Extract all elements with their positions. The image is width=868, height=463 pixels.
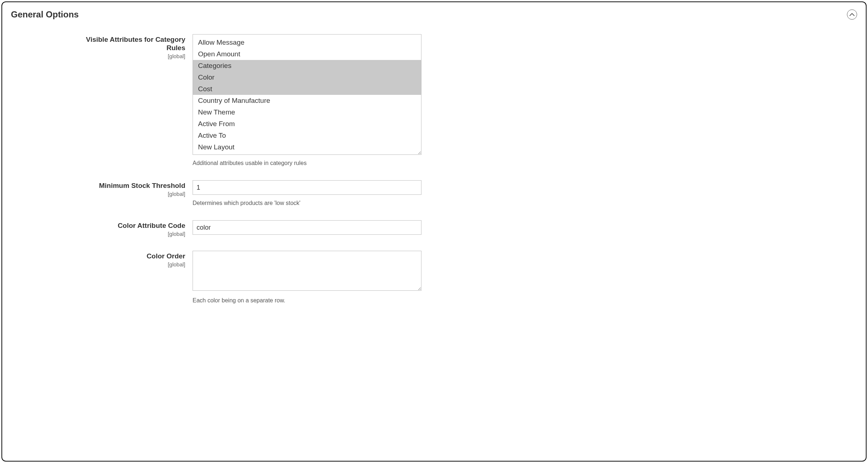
multiselect-option[interactable]: Active To — [193, 130, 421, 141]
control-col: Each color being on a separate row. — [193, 251, 421, 304]
label-col: Minimum Stock Threshold [global] — [69, 180, 193, 197]
color-attr-input[interactable] — [193, 220, 421, 235]
field-label: Visible Attributes for Category Rules — [69, 36, 185, 52]
min-stock-input[interactable] — [193, 180, 421, 195]
help-text: Each color being on a separate row. — [193, 297, 421, 304]
help-text: Additional attributes usable in category… — [193, 160, 421, 166]
multiselect-option[interactable]: Allow Message — [193, 37, 421, 48]
collapse-toggle[interactable] — [847, 9, 857, 20]
label-col: Color Attribute Code [global] — [69, 220, 193, 237]
label-col: Visible Attributes for Category Rules [g… — [69, 34, 193, 59]
field-scope: [global] — [69, 53, 185, 59]
multiselect-option[interactable]: Open Amount — [193, 48, 421, 60]
multiselect-option[interactable]: Country of Manufacture — [193, 95, 421, 106]
multiselect-option[interactable]: New Theme — [193, 106, 421, 118]
field-color-order: Color Order [global] Each color being on… — [69, 251, 857, 304]
chevron-up-icon — [849, 13, 855, 16]
visible-attributes-multiselect[interactable]: Allow MessageOpen AmountCategoriesColorC… — [193, 34, 421, 155]
field-label: Color Attribute Code — [69, 222, 185, 230]
general-options-panel: General Options Visible Attributes for C… — [1, 1, 867, 462]
field-min-stock: Minimum Stock Threshold [global] Determi… — [69, 180, 857, 206]
field-scope: [global] — [69, 231, 185, 237]
field-label: Color Order — [69, 252, 185, 261]
multiselect-option[interactable]: Active From — [193, 118, 421, 130]
field-visible-attributes: Visible Attributes for Category Rules [g… — [69, 34, 857, 166]
field-scope: [global] — [69, 191, 185, 197]
control-col — [193, 220, 421, 235]
field-color-attr: Color Attribute Code [global] — [69, 220, 857, 237]
field-scope: [global] — [69, 261, 185, 267]
control-col: Allow MessageOpen AmountCategoriesColorC… — [193, 34, 421, 166]
label-col: Color Order [global] — [69, 251, 193, 267]
panel-header: General Options — [11, 9, 857, 20]
multiselect-option[interactable]: Cost — [193, 83, 421, 95]
panel-title: General Options — [11, 9, 79, 20]
multiselect-options: Allow MessageOpen AmountCategoriesColorC… — [193, 35, 421, 153]
form-area: Visible Attributes for Category Rules [g… — [11, 34, 857, 304]
multiselect-option[interactable]: Categories — [193, 60, 421, 72]
field-label: Minimum Stock Threshold — [69, 182, 185, 190]
multiselect-option[interactable]: New Layout — [193, 141, 421, 153]
help-text: Determines which products are 'low stock… — [193, 200, 421, 206]
multiselect-option[interactable]: Color — [193, 72, 421, 83]
control-col: Determines which products are 'low stock… — [193, 180, 421, 206]
color-order-textarea[interactable] — [193, 251, 421, 291]
